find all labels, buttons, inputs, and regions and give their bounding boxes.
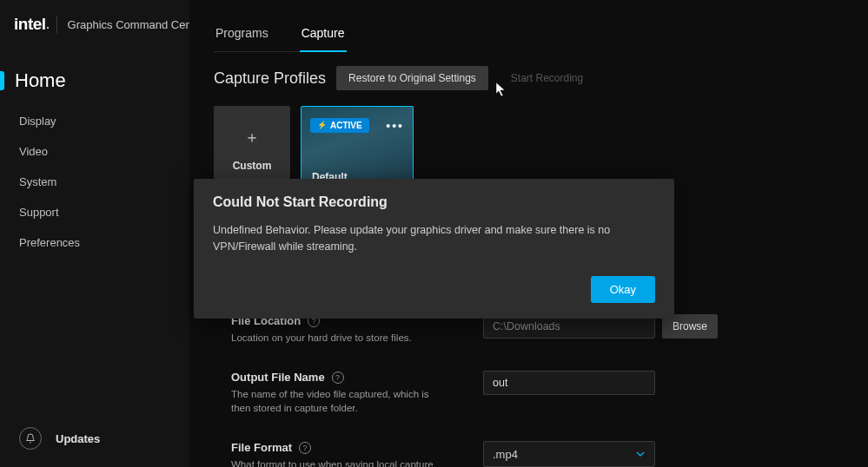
bell-icon <box>19 427 42 450</box>
sidebar-item-support[interactable]: Support <box>0 199 189 226</box>
error-modal: Could Not Start Recording Undefined Beha… <box>194 179 674 319</box>
start-recording-button[interactable]: Start Recording <box>499 66 595 90</box>
active-badge-text: ACTIVE <box>330 121 362 130</box>
restore-settings-button[interactable]: Restore to Original Settings <box>336 66 488 90</box>
form-area: File Location ? Location on your hard dr… <box>231 314 826 467</box>
file-location-row: File Location ? Location on your hard dr… <box>231 314 826 345</box>
file-location-desc: Location on your hard drive to store fil… <box>231 331 440 345</box>
tab-capture[interactable]: Capture <box>300 21 347 52</box>
more-icon[interactable]: ••• <box>386 119 404 133</box>
active-indicator <box>0 71 4 90</box>
tab-programs[interactable]: Programs <box>214 21 270 51</box>
sidebar-item-video[interactable]: Video <box>0 138 189 165</box>
capture-section: Capture Profiles Restore to Original Set… <box>214 66 868 193</box>
output-name-input[interactable] <box>483 371 655 395</box>
custom-label: Custom <box>233 160 272 172</box>
section-header: Capture Profiles Restore to Original Set… <box>214 66 868 90</box>
app-name: Graphics Command Center <box>68 18 205 31</box>
updates-label: Updates <box>56 432 100 445</box>
section-title: Capture Profiles <box>214 69 326 88</box>
file-format-select[interactable]: .mp4 <box>483 441 655 467</box>
output-name-title: Output File Name <box>231 371 325 384</box>
intel-logo: intel <box>14 15 46 34</box>
plus-icon: ＋ <box>244 127 260 148</box>
help-icon[interactable]: ? <box>299 442 311 454</box>
sidebar-item-system[interactable]: System <box>0 168 189 195</box>
file-format-row: File Format ? What format to use when sa… <box>231 441 826 467</box>
sidebar: Home Display Video System Support Prefer… <box>0 49 189 467</box>
home-label: Home <box>15 69 66 92</box>
modal-title: Could Not Start Recording <box>213 194 655 210</box>
okay-button[interactable]: Okay <box>591 276 655 303</box>
active-badge: ⚡ ACTIVE <box>310 118 369 133</box>
divider <box>56 16 57 33</box>
bolt-icon: ⚡ <box>317 121 327 129</box>
file-format-desc: What format to use when saving local cap… <box>231 457 440 467</box>
sidebar-updates[interactable]: Updates <box>0 427 100 450</box>
file-format-value: .mp4 <box>493 448 518 461</box>
help-icon[interactable]: ? <box>332 372 344 384</box>
output-name-desc: The name of the video file captured, whi… <box>231 387 440 415</box>
output-name-row: Output File Name ? The name of the video… <box>231 371 826 415</box>
sidebar-item-preferences[interactable]: Preferences <box>0 229 189 256</box>
main-tabs: Programs Capture <box>214 21 347 52</box>
file-format-title: File Format <box>231 441 292 454</box>
modal-body: Undefined Behavior. Please update your g… <box>213 222 655 255</box>
sidebar-item-display[interactable]: Display <box>0 108 189 135</box>
sidebar-home[interactable]: Home <box>0 69 189 108</box>
titlebar-left: intel Graphics Command Center <box>14 15 205 34</box>
chevron-down-icon <box>635 449 646 459</box>
